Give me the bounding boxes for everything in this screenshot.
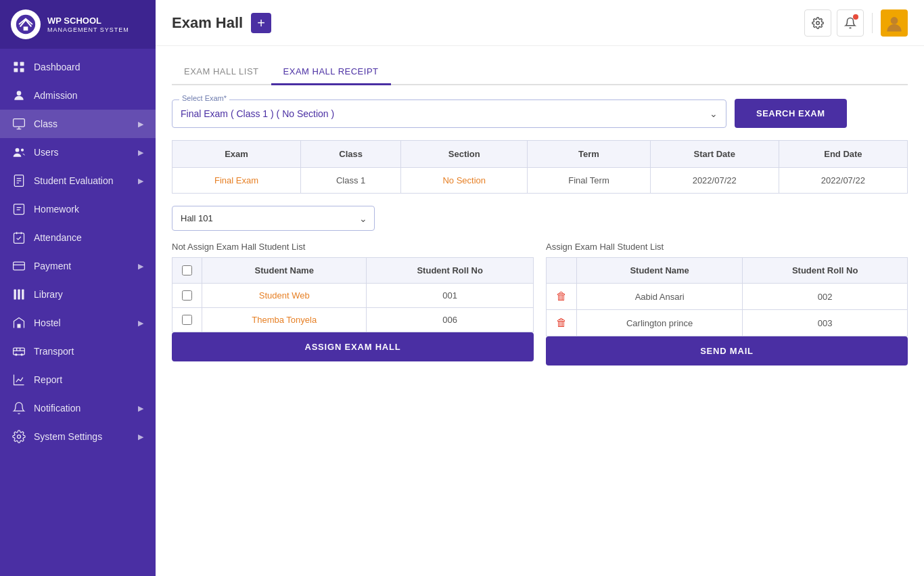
assign-exam-hall-button[interactable]: ASSIGN EXAM HALL: [172, 332, 534, 361]
sidebar-item-users[interactable]: Users ▶: [0, 138, 156, 167]
assigned-student-name-2: Carlington prince: [577, 310, 743, 336]
info-table: Exam Class Section Term Start Date End D…: [172, 140, 908, 194]
svg-point-25: [15, 353, 17, 355]
sidebar-item-transport[interactable]: Transport: [0, 337, 156, 365]
svg-rect-24: [14, 348, 25, 355]
not-assigned-roll-1: 001: [367, 284, 534, 308]
exam-selector-row: Select Exam* Final Exam ( Class 1 ) ( No…: [172, 99, 908, 128]
col-start-date: Start Date: [650, 141, 779, 168]
sidebar-item-system-settings[interactable]: System Settings ▶: [0, 422, 156, 451]
topbar: Exam Hall +: [156, 0, 924, 46]
not-assigned-title: Not Assign Exam Hall Student List: [172, 242, 534, 252]
row-checkbox-1[interactable]: [182, 290, 192, 301]
select-all-checkbox[interactable]: [182, 265, 192, 275]
svg-point-8: [16, 148, 20, 152]
sidebar-item-library[interactable]: Library: [0, 280, 156, 309]
col-student-roll: Student Roll No: [367, 258, 534, 284]
not-assigned-student-name-1: Student Web: [202, 284, 367, 308]
cell-term: Final Term: [528, 168, 650, 194]
notification-arrow-icon: ▶: [138, 404, 143, 413]
svg-rect-18: [14, 262, 25, 270]
tabs: EXAM HALL LIST EXAM HALL RECEIPT: [172, 60, 908, 85]
sidebar-label-homework: Homework: [34, 204, 79, 215]
sidebar-item-hostel[interactable]: Hostel ▶: [0, 309, 156, 337]
sidebar-label-hostel: Hostel: [34, 317, 61, 328]
page-title-area: Exam Hall +: [172, 13, 271, 33]
cell-end-date: 2022/07/22: [779, 168, 907, 194]
sidebar-label-evaluation: Student Evaluation: [34, 175, 114, 186]
sidebar-item-report[interactable]: Report: [0, 365, 156, 394]
tab-exam-hall-receipt[interactable]: EXAM HALL RECEIPT: [271, 60, 391, 85]
cell-exam[interactable]: Final Exam: [172, 168, 301, 194]
main-content: Exam Hall +: [156, 0, 924, 576]
divider: [872, 13, 873, 33]
col-section: Section: [401, 141, 528, 168]
svg-rect-5: [20, 68, 24, 72]
sidebar-item-notification[interactable]: Notification ▶: [0, 394, 156, 422]
col-end-date: End Date: [779, 141, 907, 168]
sidebar-nav: Dashboard Admission Class ▶ Users ▶ Stud…: [0, 49, 156, 576]
exam-select[interactable]: Final Exam ( Class 1 ) ( No Section ): [172, 100, 726, 127]
sidebar-item-class[interactable]: Class ▶: [0, 110, 156, 138]
assigned-student-name-1: Aabid Ansari: [577, 284, 743, 310]
hostel-arrow-icon: ▶: [138, 319, 143, 328]
sidebar-item-dashboard[interactable]: Dashboard: [0, 53, 156, 81]
sidebar-item-admission[interactable]: Admission: [0, 81, 156, 110]
svg-rect-21: [18, 290, 20, 300]
user-avatar[interactable]: [881, 9, 908, 37]
settings-button[interactable]: [804, 9, 831, 37]
sidebar-item-payment[interactable]: Payment ▶: [0, 252, 156, 280]
hall-select[interactable]: Hall 101Hall 102Hall 103: [172, 206, 374, 230]
not-assigned-table: Student Name Student Roll No Student Web…: [172, 257, 534, 332]
send-mail-button[interactable]: SEND MAIL: [546, 336, 908, 365]
search-exam-button[interactable]: SEARCH EXAM: [735, 99, 847, 128]
payment-arrow-icon: ▶: [138, 262, 143, 271]
sidebar-label-transport: Transport: [34, 346, 74, 357]
row-checkbox-2[interactable]: [182, 315, 192, 325]
col-checkbox: [172, 258, 202, 284]
table-row: 🗑 Carlington prince 003: [547, 310, 908, 336]
logo-area: WP SCHOOL MANAGEMENT SYSTEM: [0, 0, 156, 49]
cell-section: No Section: [401, 168, 528, 194]
logo-text: WP SCHOOL MANAGEMENT SYSTEM: [47, 16, 129, 34]
settings-arrow-icon: ▶: [138, 433, 143, 441]
hall-select-wrapper: Hall 101Hall 102Hall 103 ⌄: [172, 206, 375, 231]
table-row: Final Exam Class 1 No Section Final Term…: [172, 168, 908, 194]
sidebar-label-dashboard: Dashboard: [34, 62, 80, 72]
svg-rect-14: [14, 204, 24, 215]
sidebar-label-system-settings: System Settings: [34, 431, 102, 442]
notification-button[interactable]: [837, 9, 864, 37]
svg-point-31: [816, 21, 820, 24]
sidebar-label-class: Class: [34, 118, 57, 129]
svg-rect-2: [14, 62, 18, 66]
delete-button-1[interactable]: 🗑: [556, 290, 567, 302]
svg-point-26: [21, 353, 23, 355]
sidebar-item-homework[interactable]: Homework: [0, 195, 156, 223]
assigned-title: Assign Exam Hall Student List: [546, 242, 908, 252]
sidebar-label-admission: Admission: [34, 90, 78, 101]
logo-icon: [11, 9, 41, 39]
not-assigned-section: Not Assign Exam Hall Student List Studen…: [172, 242, 534, 365]
content-area: EXAM HALL LIST EXAM HALL RECEIPT Select …: [156, 46, 924, 576]
svg-point-30: [18, 435, 21, 439]
svg-rect-20: [14, 290, 16, 300]
svg-rect-23: [18, 324, 21, 328]
sidebar-label-library: Library: [34, 289, 63, 300]
assigned-roll-1: 002: [743, 284, 908, 310]
student-lists: Not Assign Exam Hall Student List Studen…: [172, 242, 908, 365]
notification-badge: [853, 14, 858, 20]
col-assigned-student-name: Student Name: [577, 258, 743, 284]
delete-button-2[interactable]: 🗑: [556, 317, 567, 328]
table-row: Student Web 001: [172, 284, 534, 308]
sidebar-item-student-evaluation[interactable]: Student Evaluation ▶: [0, 167, 156, 195]
add-exam-hall-button[interactable]: +: [251, 13, 271, 33]
col-class: Class: [301, 141, 401, 168]
exam-select-label: Select Exam*: [179, 94, 229, 102]
tab-exam-hall-list[interactable]: EXAM HALL LIST: [172, 60, 271, 85]
sidebar-label-report: Report: [34, 374, 62, 385]
sidebar-item-attendance[interactable]: Attendance: [0, 223, 156, 252]
sidebar-label-attendance: Attendance: [34, 232, 82, 243]
col-student-name: Student Name: [202, 258, 367, 284]
svg-rect-7: [14, 119, 25, 127]
evaluation-arrow-icon: ▶: [138, 177, 143, 185]
